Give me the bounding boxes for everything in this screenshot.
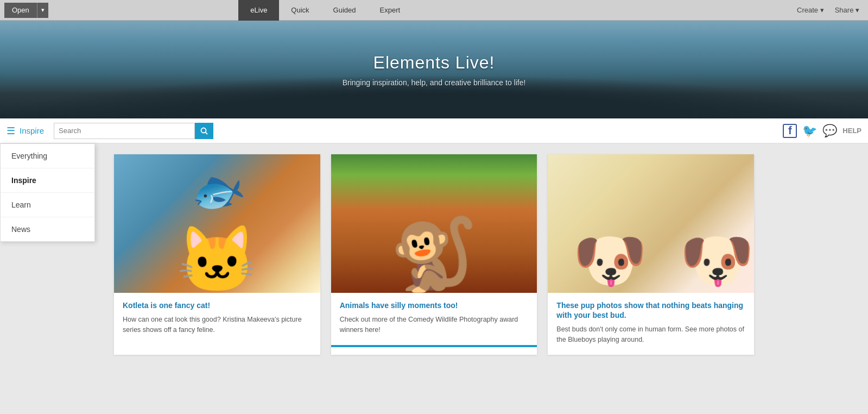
share-button[interactable]: Share ▾	[831, 4, 864, 16]
card-monkey-bottom-bar	[331, 345, 537, 347]
tab-expert[interactable]: Expert	[368, 0, 413, 21]
card-dogs-title[interactable]: These pup photos show that nothing beats…	[556, 300, 745, 320]
card-dogs-body: These pup photos show that nothing beats…	[548, 293, 754, 355]
dropdown-item-learn[interactable]: Learn	[1, 193, 94, 217]
search-container	[54, 123, 213, 139]
card-monkey-body: Animals have silly moments too! Check ou…	[331, 293, 537, 345]
facebook-icon[interactable]: f	[783, 124, 797, 138]
nav-bar-wrapper: ☰ Inspire f 🐦 💬 HELP Everything Inspire …	[0, 118, 868, 143]
svg-line-1	[206, 132, 208, 134]
svg-point-0	[201, 128, 206, 133]
card-cat-body: Kotleta is one fancy cat! How can one ca…	[114, 293, 320, 345]
card-monkey: Animals have silly moments too! Check ou…	[331, 154, 537, 355]
hamburger-icon[interactable]: ☰	[7, 125, 15, 137]
card-cat: Kotleta is one fancy cat! How can one ca…	[114, 154, 320, 355]
card-monkey-title[interactable]: Animals have silly moments too!	[340, 300, 529, 310]
cards-grid: Kotleta is one fancy cat! How can one ca…	[109, 154, 759, 355]
dropdown-item-inspire[interactable]: Inspire	[1, 168, 94, 193]
nav-inspire-label[interactable]: Inspire	[20, 126, 44, 135]
toolbar: Open ▾ eLive Quick Guided Expert Create …	[0, 0, 868, 21]
dropdown-item-everything[interactable]: Everything	[1, 144, 94, 168]
tab-guided[interactable]: Guided	[321, 0, 368, 21]
nav-bar: ☰ Inspire f 🐦 💬 HELP	[0, 118, 868, 143]
card-monkey-image	[331, 154, 537, 293]
toolbar-tabs: eLive Quick Guided Expert	[238, 0, 412, 21]
search-button[interactable]	[195, 123, 213, 139]
chat-icon[interactable]: 💬	[822, 124, 837, 138]
dropdown-menu: Everything Inspire Learn News	[0, 143, 95, 242]
help-label[interactable]: HELP	[842, 127, 861, 135]
card-dogs-image	[548, 154, 754, 293]
search-input[interactable]	[54, 123, 195, 139]
card-monkey-text: Check out more of the Comedy Wildlife Ph…	[340, 315, 529, 335]
card-cat-title[interactable]: Kotleta is one fancy cat!	[123, 300, 312, 310]
card-cat-text: How can one cat look this good? Kristina…	[123, 315, 312, 335]
twitter-icon[interactable]: 🐦	[802, 124, 817, 138]
hero-subtitle: Bringing inspiration, help, and creative…	[343, 78, 526, 87]
card-cat-image	[114, 154, 320, 293]
open-button[interactable]: Open	[4, 3, 37, 18]
tab-elive[interactable]: eLive	[238, 0, 279, 21]
main-content: Kotleta is one fancy cat! How can one ca…	[0, 143, 868, 414]
hero-title: Elements Live!	[373, 53, 495, 73]
tab-quick[interactable]: Quick	[279, 0, 321, 21]
card-dogs-text: Best buds don't only come in human form.…	[556, 324, 745, 345]
search-icon	[200, 127, 208, 135]
create-button[interactable]: Create ▾	[793, 4, 828, 16]
open-dropdown-arrow[interactable]: ▾	[37, 3, 48, 18]
hero-banner: Elements Live! Bringing inspiration, hel…	[0, 21, 868, 118]
dropdown-item-news[interactable]: News	[1, 217, 94, 241]
card-dogs: These pup photos show that nothing beats…	[548, 154, 754, 355]
toolbar-right: Create ▾ Share ▾	[793, 4, 864, 16]
nav-right: f 🐦 💬 HELP	[783, 124, 861, 138]
